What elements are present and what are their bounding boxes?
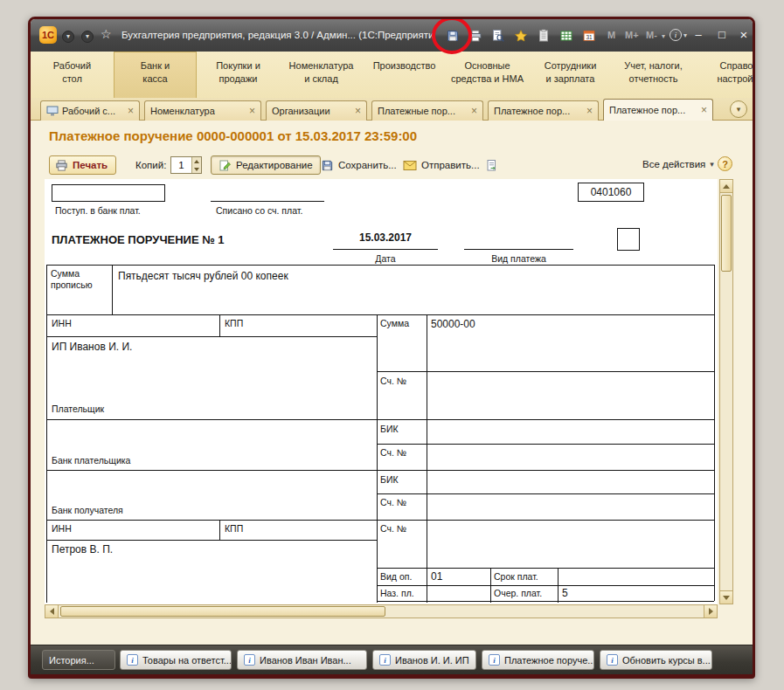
debited-field[interactable] [211, 184, 324, 202]
edit-button[interactable]: Редактирование [211, 155, 321, 175]
bank-received-field[interactable] [52, 184, 165, 202]
doc-tab-platezhnoe-poruchenie-1[interactable]: Платежное пор... × [488, 100, 599, 121]
scroll-left-button[interactable] [45, 605, 59, 618]
payer-name-value[interactable]: ИП Иванов И. И. [52, 341, 132, 353]
ribbon-tab-nomenklatura-sklad[interactable]: Номенклатураи склад [280, 52, 363, 98]
priority-value[interactable]: 5 [562, 587, 568, 599]
vertical-scrollbar[interactable] [719, 179, 733, 604]
help-button[interactable]: ? [718, 156, 732, 171]
horizontal-scroll-thumb[interactable] [60, 606, 385, 617]
history-button[interactable]: История... [42, 650, 115, 670]
copies-spinner[interactable]: 1 [170, 156, 202, 174]
doc-tab-organizatsii[interactable]: Организации × [266, 100, 367, 121]
taskbar-item-ivanov-ivan[interactable]: i Иванов Иван Иван... [237, 650, 367, 670]
payment-kind-field[interactable] [464, 231, 573, 250]
ribbon-tab-sotrudniki-zarplata[interactable]: Сотрудникии зарплата [529, 52, 612, 98]
title-bar[interactable]: 1С ▾ ▾ ☆ Бухгалтерия предприятия, редакц… [31, 19, 753, 52]
tab-close-icon[interactable]: × [581, 105, 593, 117]
term-label: Срок плат. [494, 571, 538, 582]
taskbar-button-label: Иванов И. И. ИП [395, 655, 469, 666]
payee-bank-label: Банк получателя [52, 505, 123, 515]
scroll-down-button[interactable] [720, 590, 732, 604]
ribbon-tab-uchet-nalogi[interactable]: Учет, налоги,отчетность [612, 52, 695, 98]
doc-tab-label: Организации [272, 106, 330, 116]
send-button[interactable]: Отправить... [398, 155, 485, 175]
ribbon-tab-rabochiy-stol[interactable]: Рабочийстол [31, 52, 114, 98]
ribbon-tab-osnovnye-sredstva[interactable]: Основныесредства и НМА [446, 52, 529, 98]
doc-tab-rabochiy-stol[interactable]: Рабочий с... × [40, 100, 140, 121]
taskbar-button-label: История... [49, 655, 94, 666]
ribbon-tab-spravochniki[interactable]: Справонастрой. [695, 52, 755, 98]
add-favorite-button[interactable] [511, 27, 531, 45]
ribbon-tab-label: Учет, налоги, [612, 59, 695, 72]
clipboard-button[interactable] [534, 27, 553, 45]
all-actions-button[interactable]: Все действия ▾ [642, 159, 714, 169]
table-button[interactable] [557, 27, 576, 45]
ribbon-tab-label: Рабочий [31, 59, 114, 72]
close-button[interactable]: × [736, 28, 752, 42]
export-button[interactable] [480, 155, 503, 175]
spinner-down-button[interactable] [192, 165, 201, 173]
doc-tab-label: Платежное пор... [494, 106, 570, 116]
print-button[interactable]: Печать [49, 155, 116, 175]
payment-kind-label: Вид платежа [464, 253, 573, 264]
payee-name-value[interactable]: Петров В. П. [52, 543, 113, 555]
doc-tab-nomenklatura[interactable]: Номенклатура × [144, 100, 261, 121]
ribbon-tab-proizvodstvo[interactable]: Производство [363, 52, 446, 98]
document-title: ПЛАТЕЖНОЕ ПОРУЧЕНИЕ № 1 [52, 233, 225, 246]
taskbar-button-label: Платежное поруче... [504, 655, 594, 666]
taskbar-item-obnovit-kursy[interactable]: i Обновить курсы в... [600, 650, 712, 670]
taskbar-item-platezhnoe[interactable]: i Платежное поруче... [482, 650, 594, 670]
doc-tab-platezhnoe-poruchenie-2[interactable]: Платежное пор... × [603, 99, 713, 121]
grid-line [490, 568, 491, 603]
document-info-icon: i [489, 654, 500, 666]
taskbar-button-label: Товары на ответст... [142, 655, 232, 666]
calendar-button[interactable]: 31 [579, 27, 599, 45]
payment-order-form: Поступ. в банк плат. Списано со сч. плат… [45, 179, 718, 604]
memory-m-button[interactable]: M [607, 30, 615, 40]
doc-tab-platezhnye-porucheniya[interactable]: Платежные пор... × [371, 100, 483, 121]
tab-close-icon[interactable]: × [244, 105, 255, 117]
document-info-icon: i [127, 654, 138, 666]
maximize-button[interactable]: □ [714, 28, 730, 42]
envelope-icon [403, 160, 417, 171]
vertical-scroll-thumb[interactable] [721, 195, 732, 272]
ribbon-tab-pokupki-prodazhi[interactable]: Покупки ипродажи [197, 52, 280, 98]
spinner-up-button[interactable] [192, 157, 201, 165]
quick-menu-button[interactable]: ▾ [81, 31, 94, 43]
tab-close-icon[interactable]: × [466, 105, 477, 117]
horizontal-scrollbar[interactable] [45, 604, 718, 618]
copies-label: Копий: [135, 160, 166, 170]
grid-line [46, 520, 714, 521]
info-button[interactable]: i ▾ [670, 29, 687, 41]
amount-value[interactable]: 50000-00 [431, 318, 475, 330]
memory-mminus-button[interactable]: M- [646, 30, 657, 40]
caret-down-icon[interactable]: ▾ [662, 32, 665, 40]
ribbon-tab-label: Сотрудники [529, 59, 612, 72]
grid-line [219, 314, 220, 336]
amount-words-value[interactable]: Пятьдесят тысяч рублей 00 копеек [118, 270, 288, 282]
tab-list-button[interactable]: ▾ [730, 100, 747, 118]
amount-words-label: прописью [51, 279, 93, 290]
date-value[interactable]: 15.03.2017 [333, 231, 438, 250]
taskbar-item-ivanov-ip[interactable]: i Иванов И. И. ИП [372, 650, 476, 670]
tab-close-icon[interactable]: × [696, 104, 707, 116]
scroll-up-button[interactable] [720, 180, 732, 193]
minimize-button[interactable]: – [690, 28, 706, 42]
copies-value[interactable]: 1 [171, 157, 191, 173]
tab-close-icon[interactable]: × [350, 105, 361, 117]
favorites-star-icon[interactable]: ☆ [101, 27, 112, 41]
memory-mplus-button[interactable]: M+ [625, 30, 639, 40]
preview-button[interactable] [489, 27, 508, 45]
op-kind-value[interactable]: 01 [431, 570, 442, 583]
taskbar-item-tovary[interactable]: i Товары на ответст... [120, 650, 232, 670]
save-document-button[interactable]: Сохранить... [316, 155, 402, 175]
scroll-right-button[interactable] [704, 605, 717, 618]
status-101-field[interactable] [617, 228, 640, 251]
ribbon-tab-bank-i-kassa[interactable]: Банк икасса [114, 52, 197, 98]
grid-line [46, 314, 714, 315]
tab-close-icon[interactable]: × [122, 105, 134, 117]
bik-label: БИК [380, 474, 399, 485]
document-info-icon: i [379, 654, 391, 666]
main-menu-button[interactable]: ▾ [62, 31, 74, 43]
